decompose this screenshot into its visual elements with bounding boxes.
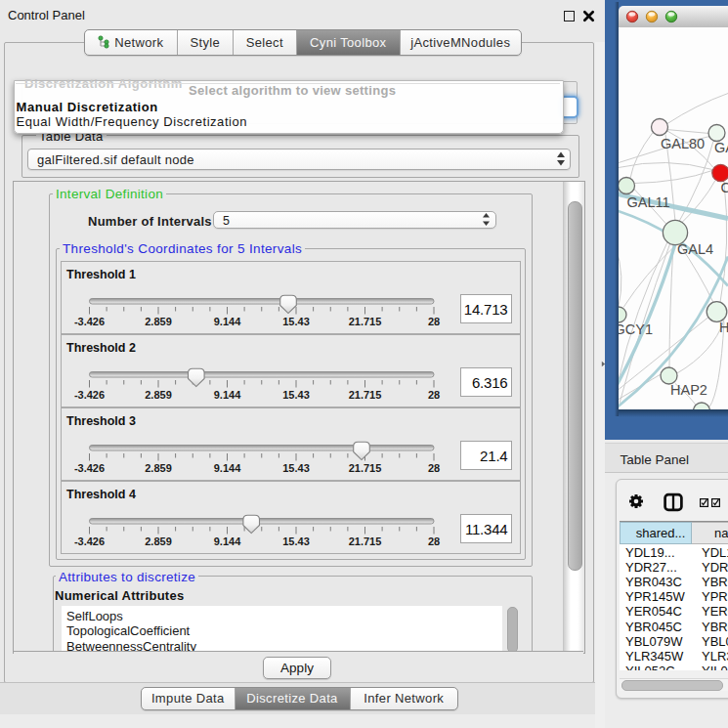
svg-text:-3.426: -3.426 bbox=[74, 316, 105, 327]
svg-text:21.715: 21.715 bbox=[349, 462, 382, 474]
svg-text:15.43: 15.43 bbox=[282, 389, 310, 401]
svg-text:2.859: 2.859 bbox=[145, 535, 172, 547]
svg-text:-3.426: -3.426 bbox=[74, 462, 105, 474]
svg-text:H: H bbox=[719, 319, 728, 334]
svg-text:9.144: 9.144 bbox=[214, 316, 241, 327]
svg-text:2.859: 2.859 bbox=[145, 316, 172, 327]
svg-text:GA: GA bbox=[714, 139, 728, 154]
svg-text:GAL11: GAL11 bbox=[627, 194, 670, 210]
svg-text:-3.426: -3.426 bbox=[74, 535, 105, 547]
svg-text:15.43: 15.43 bbox=[282, 316, 310, 327]
svg-text:21.715: 21.715 bbox=[349, 316, 382, 327]
svg-text:2.859: 2.859 bbox=[145, 462, 172, 474]
svg-text:28: 28 bbox=[428, 535, 440, 547]
svg-text:21.715: 21.715 bbox=[349, 389, 382, 401]
svg-text:28: 28 bbox=[428, 389, 440, 401]
svg-text:9.144: 9.144 bbox=[214, 389, 241, 401]
svg-text:28: 28 bbox=[428, 316, 440, 327]
svg-text:HAP2: HAP2 bbox=[670, 381, 707, 397]
svg-text:15.43: 15.43 bbox=[282, 535, 310, 547]
svg-text:GAL80: GAL80 bbox=[661, 135, 705, 150]
svg-text:GCY1: GCY1 bbox=[619, 321, 653, 336]
svg-text:GAL4: GAL4 bbox=[677, 240, 713, 256]
svg-text:9.144: 9.144 bbox=[214, 535, 241, 547]
svg-text:-3.426: -3.426 bbox=[74, 389, 105, 401]
svg-text:15.43: 15.43 bbox=[282, 462, 310, 474]
svg-text:28: 28 bbox=[428, 462, 440, 474]
svg-text:9.144: 9.144 bbox=[214, 462, 241, 474]
svg-text:C: C bbox=[721, 179, 728, 194]
svg-text:21.715: 21.715 bbox=[349, 535, 382, 547]
svg-text:2.859: 2.859 bbox=[145, 389, 172, 401]
